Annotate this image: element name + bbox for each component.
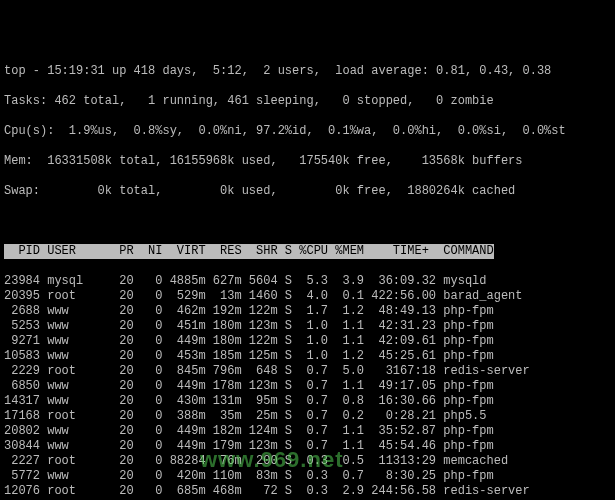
summary-tasks: Tasks: 462 total, 1 running, 461 sleepin… <box>4 94 611 109</box>
process-row[interactable]: 14317 www 20 0 430m 131m 95m S 0.7 0.8 1… <box>4 394 611 409</box>
process-row[interactable]: 5253 www 20 0 451m 180m 123m S 1.0 1.1 4… <box>4 319 611 334</box>
summary-uptime: top - 15:19:31 up 418 days, 5:12, 2 user… <box>4 64 611 79</box>
process-row[interactable]: 30844 www 20 0 449m 179m 123m S 0.7 1.1 … <box>4 439 611 454</box>
summary-swap: Swap: 0k total, 0k used, 0k free, 188026… <box>4 184 611 199</box>
process-row[interactable]: 2688 www 20 0 462m 192m 122m S 1.7 1.2 4… <box>4 304 611 319</box>
blank-line <box>4 214 611 229</box>
column-header-row: PID USER PR NI VIRT RES SHR S %CPU %MEM … <box>4 244 611 259</box>
process-row[interactable]: 9271 www 20 0 449m 180m 122m S 1.0 1.1 4… <box>4 334 611 349</box>
process-row[interactable]: 20395 root 20 0 529m 13m 1460 S 4.0 0.1 … <box>4 289 611 304</box>
summary-mem: Mem: 16331508k total, 16155968k used, 17… <box>4 154 611 169</box>
process-row[interactable]: 17168 root 20 0 388m 35m 25m S 0.7 0.2 0… <box>4 409 611 424</box>
column-headers[interactable]: PID USER PR NI VIRT RES SHR S %CPU %MEM … <box>4 244 494 259</box>
process-row[interactable]: 10583 www 20 0 453m 185m 125m S 1.0 1.2 … <box>4 349 611 364</box>
process-row[interactable]: 20802 www 20 0 449m 182m 124m S 0.7 1.1 … <box>4 424 611 439</box>
process-row[interactable]: 6850 www 20 0 449m 178m 123m S 0.7 1.1 4… <box>4 379 611 394</box>
summary-cpu: Cpu(s): 1.9%us, 0.8%sy, 0.0%ni, 97.2%id,… <box>4 124 611 139</box>
process-row[interactable]: 2227 root 20 0 88284 76m 200 S 0.3 0.5 1… <box>4 454 611 469</box>
process-row[interactable]: 23984 mysql 20 0 4885m 627m 5604 S 5.3 3… <box>4 274 611 289</box>
process-row[interactable]: 5772 www 20 0 420m 110m 83m S 0.3 0.7 8:… <box>4 469 611 484</box>
process-list[interactable]: 23984 mysql 20 0 4885m 627m 5604 S 5.3 3… <box>4 274 611 500</box>
process-row[interactable]: 2229 root 20 0 845m 796m 648 S 0.7 5.0 3… <box>4 364 611 379</box>
process-row[interactable]: 12076 root 20 0 685m 468m 72 S 0.3 2.9 2… <box>4 484 611 499</box>
